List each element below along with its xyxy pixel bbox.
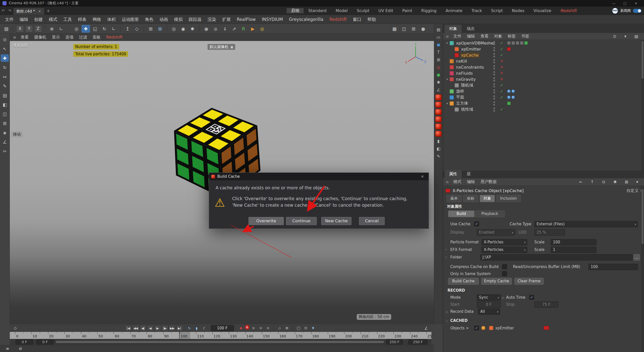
object-row-nxConstraints[interactable]: nxConstraints✕ xyxy=(443,64,644,70)
object-label[interactable]: nxGravity xyxy=(455,77,477,82)
attr-menu-item[interactable]: 编辑 xyxy=(464,179,478,185)
enabled-check-icon[interactable]: ✓ xyxy=(500,47,503,51)
layout-item[interactable]: Script xyxy=(487,8,507,13)
snap-key-icon[interactable]: ✚ xyxy=(310,325,316,331)
use-cache-checkbox[interactable]: ✓ xyxy=(474,222,479,226)
key-pla-icon[interactable]: ⊞ xyxy=(284,325,290,331)
visibility-dots[interactable] xyxy=(493,71,495,75)
preset-dropdown[interactable]: 自定义 ▾ xyxy=(626,188,641,193)
folder-browse-button[interactable]: … xyxy=(633,254,640,260)
collapse-icon[interactable]: ⌄ xyxy=(446,319,448,322)
menubar-item[interactable]: 渲染 xyxy=(205,17,219,22)
viewport-menu-item[interactable]: 显示 xyxy=(49,35,63,40)
menubar-item[interactable]: 文件 xyxy=(2,17,17,22)
add-tab-button[interactable]: + xyxy=(45,8,52,13)
menubar-item[interactable]: 扩展 xyxy=(219,17,234,22)
expander-icon[interactable]: › xyxy=(446,247,447,251)
efx-format-dropdown[interactable]: X-Particles ▾ xyxy=(481,247,527,253)
cylinder-icon[interactable]: ▮ xyxy=(435,138,442,144)
selection-box-icon[interactable]: ▧ xyxy=(2,25,11,33)
layout-split-icon[interactable]: ◫ xyxy=(400,25,408,33)
layout-item[interactable]: Model xyxy=(331,8,352,13)
pen-icon[interactable]: ✎ xyxy=(435,153,442,159)
download-icon[interactable]: ⇓ xyxy=(221,25,229,33)
menubar-item[interactable]: 运动图形 xyxy=(119,17,142,22)
visibility-dots[interactable] xyxy=(493,107,495,112)
menubar-item[interactable]: 帮助 xyxy=(365,17,379,22)
xparticles-question-icon[interactable] xyxy=(435,123,442,129)
tag-icon[interactable] xyxy=(511,90,515,93)
attr-settings-icon[interactable]: ✱ xyxy=(611,180,619,184)
enabled-check-icon[interactable]: ✓ xyxy=(500,53,503,57)
scale2-field[interactable]: 1 xyxy=(551,247,596,253)
layout-item[interactable]: Rigging xyxy=(417,8,441,13)
cached-object-checkbox[interactable]: ✓ xyxy=(474,326,479,330)
cube-icon[interactable]: ◼ xyxy=(435,41,442,48)
tag-icon[interactable] xyxy=(507,41,511,45)
last-tool-icon[interactable]: ∟ xyxy=(109,25,118,33)
key-param-icon[interactable]: ◇ xyxy=(276,325,283,331)
object-row-nxKill[interactable]: nxKill✕ xyxy=(443,58,644,64)
visibility-dots[interactable] xyxy=(493,77,495,81)
goto-start-button[interactable]: |◀ xyxy=(125,325,132,331)
knife-tool-icon[interactable]: ✂ xyxy=(1,147,9,155)
zoom-tool-icon[interactable]: ⊙ xyxy=(1,36,9,43)
menubar-item[interactable]: 样条 xyxy=(75,17,90,22)
om-menu-item[interactable]: 文件 xyxy=(451,34,464,39)
prev-frame-button[interactable]: ◀| xyxy=(140,325,146,331)
lod-field[interactable]: 25 % xyxy=(534,229,565,236)
expander-icon[interactable]: ▾ xyxy=(445,102,449,105)
xparticles-emitter-icon[interactable] xyxy=(435,94,442,100)
om-tab-对象[interactable]: 对象 xyxy=(445,25,462,33)
same-system-checkbox[interactable] xyxy=(502,271,507,276)
current-frame-field[interactable]: 100 F xyxy=(211,325,234,331)
axis-z-button[interactable]: Z xyxy=(34,25,42,32)
loop-icon[interactable]: ↻ xyxy=(186,325,193,331)
layout-item[interactable]: Redshift xyxy=(556,8,581,13)
visibility-dots[interactable] xyxy=(493,41,495,45)
xpresso-icon[interactable]: R xyxy=(239,25,248,33)
status-menu-icon[interactable]: ≡ xyxy=(3,346,12,351)
live-selection-icon[interactable]: ◎ xyxy=(72,25,81,33)
sphere-green-icon[interactable]: ● xyxy=(435,72,442,78)
layout-quad-icon[interactable]: ⊞ xyxy=(409,25,418,33)
attr-tab-层[interactable]: 层 xyxy=(462,170,475,178)
menubar-item[interactable]: Redshift xyxy=(326,17,350,22)
attr-burger-icon[interactable]: ≡ xyxy=(444,180,451,184)
key-rotation-icon[interactable]: ⊙ xyxy=(265,325,271,331)
xparticles-system-icon[interactable] xyxy=(435,109,442,115)
ghost-icon[interactable]: ▮ xyxy=(193,325,200,331)
layout-item[interactable]: Standard xyxy=(304,8,331,13)
menubar-item[interactable]: 工具 xyxy=(60,17,75,22)
disabled-cross-icon[interactable]: ✕ xyxy=(500,65,503,69)
viewport-menu-item[interactable]: 摄像机 xyxy=(31,35,49,40)
undo-icon[interactable]: ↶ xyxy=(0,9,7,13)
visibility-dots[interactable] xyxy=(493,95,495,100)
menubar-item[interactable]: 编辑 xyxy=(17,17,31,22)
layout-item[interactable]: Paint xyxy=(398,8,417,13)
attr-tab-button-基本[interactable]: 基本 xyxy=(447,195,462,202)
frame-icon[interactable]: ▭ xyxy=(435,34,442,40)
next-key-button[interactable]: ▶▶ xyxy=(169,325,176,331)
menubar-item[interactable]: 角色 xyxy=(142,17,156,22)
solo-icon[interactable]: ◯ xyxy=(295,325,302,331)
render-view-icon[interactable]: ◎ xyxy=(170,25,178,33)
preview-end-field[interactable]: 250 F xyxy=(386,339,403,344)
layout-item[interactable]: Sculpt xyxy=(352,8,374,13)
next-frame-button[interactable]: |▶ xyxy=(162,325,168,331)
attr-tab-属性[interactable]: 属性 xyxy=(445,170,462,178)
attr-up-icon[interactable]: ↑ xyxy=(588,180,596,184)
viewport-menu-item[interactable]: 过滤 xyxy=(76,35,90,40)
object-label[interactable]: 立方体 xyxy=(455,101,469,106)
minimize-button[interactable]: — xyxy=(608,2,619,5)
visibility-dots[interactable] xyxy=(493,83,495,87)
scale-tool-icon[interactable]: ↔ xyxy=(1,73,9,80)
gear-icon[interactable]: ✱ xyxy=(435,79,442,85)
disabled-cross-icon[interactable]: ✕ xyxy=(500,77,503,81)
attr-tab-button-Inclusion[interactable]: Inclusion xyxy=(496,195,521,202)
split-tool-icon[interactable]: ◫ xyxy=(1,110,9,118)
om-burger-icon[interactable]: ≡ xyxy=(444,34,451,39)
layout-item[interactable]: 启动 xyxy=(287,8,304,13)
record-button[interactable]: ◉ xyxy=(237,325,244,331)
tag-icon[interactable] xyxy=(511,41,515,45)
